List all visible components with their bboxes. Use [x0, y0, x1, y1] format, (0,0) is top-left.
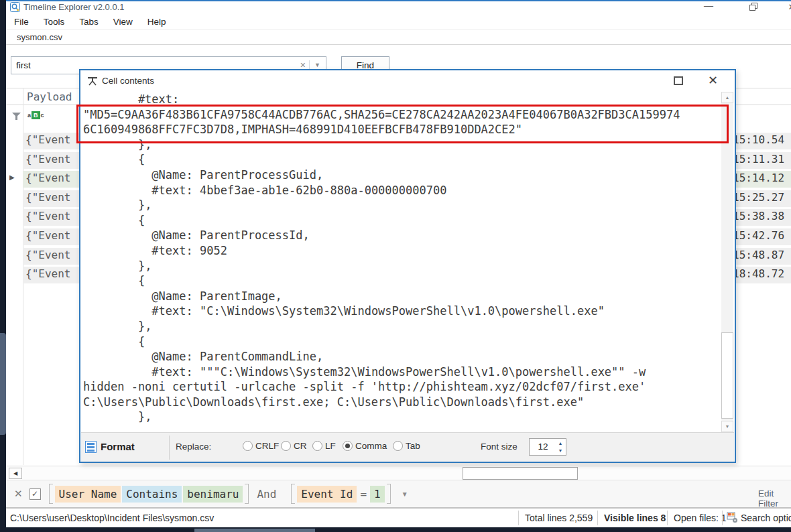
font-size-value: 12	[530, 442, 556, 452]
font-size-stepper[interactable]: 12 ▲▼	[529, 438, 566, 456]
replace-label: Replace:	[176, 442, 211, 452]
dialog-close-icon[interactable]: ✕	[708, 73, 718, 88]
cell-contents-text[interactable]: #text: "MD5=C9AA36F483B61CFA9758C44ACDB7…	[81, 92, 721, 432]
filter-value-chip[interactable]: 1	[370, 486, 385, 503]
status-bar: C:\Users\user\Desktop\Incident Files\sys…	[6, 507, 791, 527]
open-files-count: Open files: 1	[674, 513, 727, 523]
dialog-footer: Format Replace: CRLF CR LF Comma Tab Fon…	[81, 432, 734, 462]
tab-sysmon-csv[interactable]: sysmon.csv	[17, 32, 62, 42]
filter-field-chip[interactable]: Event Id	[297, 486, 357, 503]
filter-field-chip[interactable]: User Name	[55, 486, 121, 503]
dialog-vertical-scrollbar[interactable]: ▲ ▼	[721, 92, 733, 432]
memo-highlighted-hashes: "MD5=C9AA36F483B61CFA9758C44ACDB776AC,SH…	[81, 107, 686, 137]
selected-row-indicator-icon: ▶	[9, 174, 15, 181]
filter-funnel-icon	[11, 112, 21, 121]
restore-button[interactable]	[741, 1, 765, 14]
desktop-edge-bottom	[0, 527, 791, 532]
search-options-icon	[727, 512, 738, 523]
close-button[interactable]: ✕	[780, 1, 791, 14]
desktop-edge-left	[0, 0, 6, 532]
filter-joiner[interactable]: And	[257, 488, 276, 501]
column-header-payload[interactable]: Payload	[27, 90, 72, 103]
memo-line-before: #text:	[81, 92, 721, 107]
window-focus-border	[6, 0, 791, 1]
contains-filter-icon[interactable]: aBc	[27, 111, 44, 119]
menubar: File Tools Tabs View Help	[6, 14, 791, 29]
visible-lines: Visible lines 8	[604, 513, 666, 523]
cell-contents-dialog: Cell contents ✕ #text: "MD5=C9AA36F483B6…	[79, 69, 736, 463]
scroll-up-icon[interactable]: ▲	[721, 92, 733, 103]
edit-filter-link[interactable]: Edit Filter	[758, 488, 791, 509]
scroll-down-icon[interactable]: ▼	[721, 421, 733, 432]
tab-strip: sysmon.csv	[6, 29, 791, 45]
total-lines: Total lines 2,559	[525, 513, 593, 523]
horizontal-scrollbar[interactable]: ◀	[6, 466, 791, 480]
scroll-left-icon[interactable]: ◀	[9, 468, 22, 479]
window-title: Timeline Explorer v2.0.0.1	[23, 2, 125, 12]
memo-lines-after: }, { @Name: ParentProcessGuid, #text: 4b…	[81, 137, 693, 425]
dialog-maximize-icon[interactable]	[674, 76, 683, 85]
dialog-title: Cell contents	[102, 76, 154, 86]
minimize-button[interactable]: —	[696, 1, 721, 14]
font-size-label: Font size	[481, 442, 518, 452]
group-bracket	[245, 484, 249, 504]
menu-view[interactable]: View	[107, 15, 139, 28]
menu-tabs[interactable]: Tabs	[72, 15, 105, 28]
menu-help[interactable]: Help	[141, 15, 173, 28]
format-button[interactable]: Format	[101, 441, 135, 452]
filter-dropdown-icon[interactable]: ▼	[402, 490, 408, 498]
menu-tools[interactable]: Tools	[37, 15, 72, 28]
group-bracket	[291, 484, 295, 504]
menu-file[interactable]: File	[7, 15, 36, 28]
radio-cr[interactable]: CR	[281, 441, 307, 451]
radio-lf[interactable]: LF	[312, 441, 336, 451]
app-icon	[10, 2, 20, 12]
remove-filter-icon[interactable]: ✕	[14, 488, 23, 500]
cell-contents-icon	[87, 76, 98, 86]
radio-comma[interactable]: Comma	[343, 441, 387, 451]
search-value: first	[16, 60, 31, 70]
filter-operator-chip[interactable]: Contains	[122, 486, 182, 503]
filter-value-chip[interactable]: benimaru	[183, 486, 243, 503]
search-dropdown-icon[interactable]: ▼	[314, 62, 320, 68]
format-icon	[85, 441, 97, 453]
radio-crlf[interactable]: CRLF	[243, 441, 279, 451]
group-bracket	[49, 484, 53, 504]
open-file-path: C:\Users\user\Desktop\Incident Files\sys…	[10, 513, 214, 523]
vertical-scrollbar-thumb[interactable]	[721, 332, 733, 419]
titlebar: Timeline Explorer v2.0.0.1 — ✕	[6, 1, 791, 14]
filter-bar: ✕ ✓ User Name Contains benimaru And Even…	[6, 480, 791, 507]
stepper-arrows-icon[interactable]: ▲▼	[556, 440, 564, 454]
filter-operator[interactable]: =	[360, 488, 367, 501]
radio-tab[interactable]: Tab	[393, 441, 420, 451]
filter-enabled-checkbox[interactable]: ✓	[29, 488, 41, 500]
horizontal-scrollbar-thumb[interactable]	[463, 467, 578, 480]
dialog-titlebar[interactable]: Cell contents ✕	[80, 70, 735, 92]
search-options-button[interactable]: Search options	[741, 513, 791, 523]
group-bracket	[387, 484, 391, 504]
